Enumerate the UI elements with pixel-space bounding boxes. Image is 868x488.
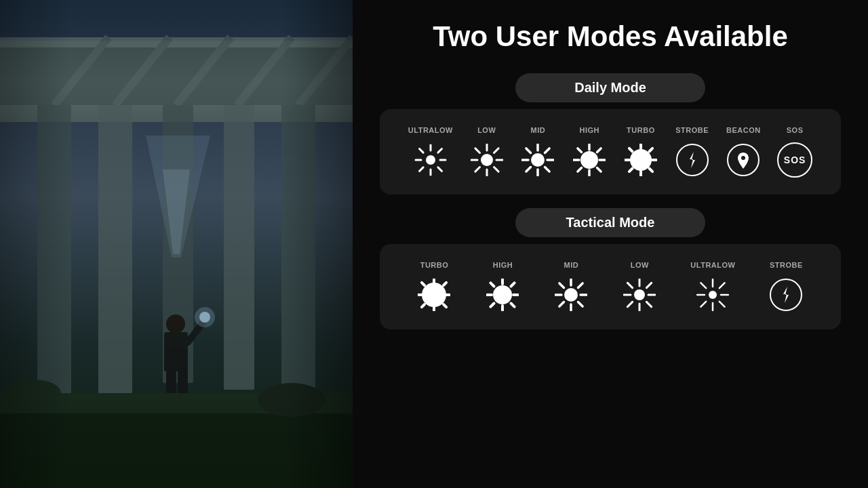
svg-line-57 xyxy=(578,148,582,152)
svg-line-60 xyxy=(578,168,582,172)
tactical-strobe: STROBE xyxy=(768,261,804,312)
svg-line-66 xyxy=(629,148,633,152)
daily-mid: MID xyxy=(520,126,555,178)
daily-mode-section: Daily Mode ULTRALOW xyxy=(380,73,841,195)
tactical-high: HIGH xyxy=(485,261,520,312)
daily-high-label: HIGH xyxy=(579,126,599,134)
svg-line-103 xyxy=(628,283,633,287)
daily-ultralow-label: ULTRALOW xyxy=(408,126,453,134)
tactical-low-icon xyxy=(622,277,657,312)
daily-mode-label: Daily Mode xyxy=(515,73,705,102)
daily-high: HIGH xyxy=(572,126,607,178)
svg-marker-116 xyxy=(783,287,789,303)
tactical-turbo-icon xyxy=(416,277,452,312)
daily-beacon: BEACON xyxy=(726,126,761,178)
svg-line-79 xyxy=(422,304,425,307)
daily-mode-items: ULTRALOW xyxy=(400,126,821,178)
svg-line-58 xyxy=(597,168,601,172)
svg-line-33 xyxy=(419,167,423,171)
tactical-ultralow-icon xyxy=(695,277,730,312)
svg-point-98 xyxy=(634,289,645,300)
svg-line-49 xyxy=(545,167,550,172)
daily-high-icon xyxy=(572,142,607,178)
daily-strobe-label: STROBE xyxy=(675,126,709,134)
tactical-mid-label: MID xyxy=(564,261,579,269)
daily-turbo: TURBO xyxy=(623,126,658,178)
tactical-low-label: LOW xyxy=(631,261,649,269)
tactical-mid: MID xyxy=(553,261,589,312)
tactical-mid-icon xyxy=(553,277,589,312)
tactical-strobe-label: STROBE xyxy=(770,261,803,269)
svg-point-80 xyxy=(493,285,512,304)
svg-point-34 xyxy=(481,154,493,166)
daily-sos: SOS SOS xyxy=(777,126,812,178)
tactical-ultralow: ULTRALOW xyxy=(690,261,735,312)
svg-line-67 xyxy=(649,169,652,172)
svg-line-95 xyxy=(578,302,583,307)
tactical-ultralow-label: ULTRALOW xyxy=(690,261,735,269)
tactical-turbo: TURBO xyxy=(416,261,452,312)
daily-beacon-icon xyxy=(726,142,761,178)
tactical-turbo-label: TURBO xyxy=(420,261,449,269)
tactical-strobe-icon xyxy=(768,277,804,312)
svg-line-42 xyxy=(475,167,480,172)
svg-line-77 xyxy=(443,304,446,307)
svg-line-86 xyxy=(511,304,515,307)
daily-beacon-label: BEACON xyxy=(726,126,761,134)
svg-line-94 xyxy=(559,283,564,288)
daily-ultralow: ULTRALOW xyxy=(408,126,453,178)
daily-low-icon xyxy=(469,142,505,178)
svg-line-40 xyxy=(494,167,498,172)
svg-line-114 xyxy=(719,283,725,288)
page-title: Two User Modes Available xyxy=(380,20,841,53)
svg-line-87 xyxy=(511,283,515,286)
svg-line-59 xyxy=(597,148,601,152)
svg-line-97 xyxy=(559,302,564,307)
daily-sos-icon: SOS xyxy=(777,142,812,178)
daily-ultralow-icon xyxy=(413,142,448,178)
svg-line-41 xyxy=(494,148,498,153)
svg-point-25 xyxy=(426,155,435,165)
tactical-mode-items: TURBO xyxy=(400,261,821,312)
daily-mode-card: ULTRALOW xyxy=(380,109,841,195)
daily-strobe: STROBE xyxy=(675,126,710,178)
svg-point-89 xyxy=(564,288,578,302)
daily-mid-label: MID xyxy=(531,126,546,134)
svg-line-69 xyxy=(629,169,633,172)
svg-line-85 xyxy=(491,283,494,286)
tactical-mode-section: Tactical Mode TURBO xyxy=(380,208,841,329)
tactical-high-icon xyxy=(485,277,520,312)
svg-line-96 xyxy=(578,283,583,288)
svg-line-78 xyxy=(443,283,446,285)
tactical-high-label: HIGH xyxy=(493,261,513,269)
svg-point-52 xyxy=(580,151,598,169)
daily-sos-label: SOS xyxy=(787,126,804,134)
svg-line-51 xyxy=(526,167,531,172)
svg-line-105 xyxy=(647,283,652,287)
svg-point-107 xyxy=(709,291,717,299)
svg-line-50 xyxy=(545,148,550,153)
daily-low: LOW xyxy=(469,126,505,178)
tactical-low: LOW xyxy=(622,261,657,312)
tactical-mode-card: TURBO xyxy=(380,244,841,329)
daily-low-label: LOW xyxy=(477,126,496,134)
svg-line-104 xyxy=(647,302,652,306)
daily-turbo-icon xyxy=(623,142,658,178)
content-panel: Two User Modes Available Daily Mode ULTR… xyxy=(353,0,868,488)
svg-line-30 xyxy=(419,149,423,153)
svg-line-48 xyxy=(526,148,531,153)
svg-marker-70 xyxy=(690,152,695,168)
svg-line-115 xyxy=(701,302,707,307)
svg-line-39 xyxy=(475,148,480,153)
svg-point-43 xyxy=(531,153,545,167)
svg-line-68 xyxy=(649,148,652,152)
svg-line-76 xyxy=(422,283,425,285)
svg-line-31 xyxy=(438,167,442,171)
svg-line-112 xyxy=(701,283,707,288)
svg-line-106 xyxy=(628,302,633,306)
svg-line-113 xyxy=(719,302,725,307)
svg-line-32 xyxy=(438,149,442,153)
hero-image xyxy=(0,0,353,488)
tactical-mode-label: Tactical Mode xyxy=(515,208,705,237)
svg-line-88 xyxy=(491,304,494,307)
